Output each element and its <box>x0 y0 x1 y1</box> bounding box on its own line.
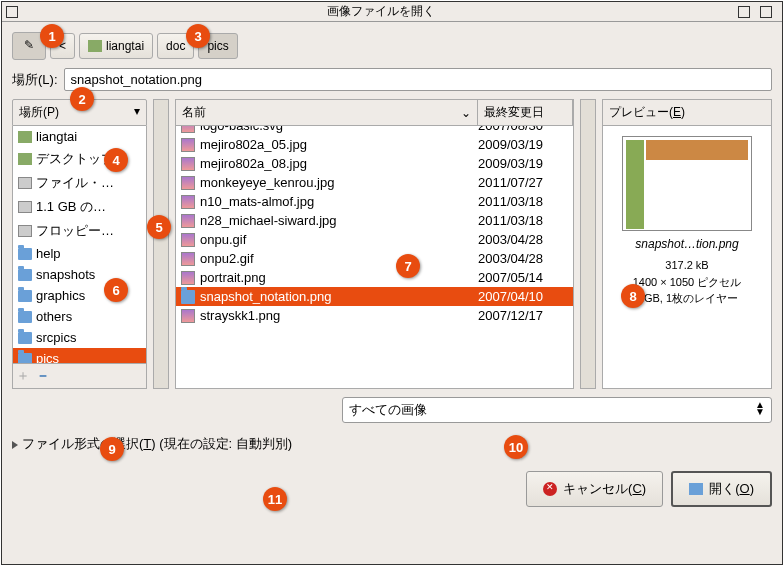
add-bookmark-icon[interactable]: ＋ <box>16 367 30 385</box>
file-name: mejiro802a_08.jpg <box>200 156 478 171</box>
file-icon <box>181 195 195 209</box>
file-scrollbar[interactable] <box>580 99 596 389</box>
callout-2: 2 <box>70 87 94 111</box>
file-name: logo-basic.svg <box>200 126 478 133</box>
file-row[interactable]: monkeyeye_kenrou.jpg2011/07/27 <box>176 173 573 192</box>
file-name: strayskk1.png <box>200 308 478 323</box>
file-icon <box>181 233 195 247</box>
file-icon <box>181 309 195 323</box>
sidebar-item-label: graphics <box>36 288 85 303</box>
preview-thumbnail <box>622 136 752 231</box>
sidebar-item-label: 1.1 GB の… <box>36 198 106 216</box>
triangle-icon <box>12 441 18 449</box>
updown-icon: ▲▼ <box>755 401 765 419</box>
sidebar-item[interactable]: 1.1 GB の… <box>13 195 146 219</box>
col-name[interactable]: 名前⌄ <box>176 100 478 125</box>
sort-arrow-icon: ⌄ <box>461 106 471 120</box>
sidebar-scrollbar[interactable] <box>153 99 169 389</box>
sidebar-item-label: フロッピー… <box>36 222 114 240</box>
file-date: 2003/04/28 <box>478 251 568 266</box>
filter-select[interactable]: すべての画像 ▲▼ <box>342 397 772 423</box>
preview-filename: snapshot…tion.png <box>635 237 738 251</box>
file-date: 2007/08/30 <box>478 126 568 133</box>
file-icon <box>181 290 195 304</box>
sidebar-item-label: srcpics <box>36 330 76 345</box>
sidebar-item[interactable]: others <box>13 306 146 327</box>
file-row[interactable]: strayskk1.png2007/12/17 <box>176 306 573 325</box>
file-icon <box>181 176 195 190</box>
file-date: 2007/05/14 <box>478 270 568 285</box>
file-row[interactable]: n10_mats-almof.jpg2011/03/18 <box>176 192 573 211</box>
sidebar-item[interactable]: ファイル・… <box>13 171 146 195</box>
file-date: 2007/12/17 <box>478 308 568 323</box>
sidebar-item[interactable]: snapshots <box>13 264 146 285</box>
sidebar-item[interactable]: フロッピー… <box>13 219 146 243</box>
callout-3: 3 <box>186 24 210 48</box>
sidebar-item[interactable]: help <box>13 243 146 264</box>
sidebar-item[interactable]: pics <box>13 348 146 364</box>
location-label: 場所(L): <box>12 71 58 89</box>
file-date: 2011/03/18 <box>478 194 568 209</box>
file-icon <box>181 271 195 285</box>
window-title: 画像ファイルを開く <box>24 3 738 20</box>
file-date: 2007/04/10 <box>478 289 568 304</box>
preview-body: snapshot…tion.png 317.2 kB 1400 × 1050 ピ… <box>602 126 772 389</box>
open-label: 開く(O) <box>709 480 754 498</box>
col-date[interactable]: 最終変更日 <box>478 100 573 125</box>
folder-icon <box>18 353 32 365</box>
file-name: portrait.png <box>200 270 478 285</box>
folder-icon <box>18 248 32 260</box>
file-list[interactable]: logo-basic.svg2007/08/30mejiro802a_05.jp… <box>175 126 574 389</box>
folder-icon <box>18 332 32 344</box>
path-seg-home[interactable]: liangtai <box>79 33 153 59</box>
file-header: 名前⌄ 最終変更日 <box>175 99 574 126</box>
file-row[interactable]: onpu.gif2003/04/28 <box>176 230 573 249</box>
file-name: onpu.gif <box>200 232 478 247</box>
file-row[interactable]: mejiro802a_05.jpg2009/03/19 <box>176 135 573 154</box>
sidebar-item-label: pics <box>36 351 59 364</box>
file-row[interactable]: portrait.png2007/05/14 <box>176 268 573 287</box>
file-name: monkeyeye_kenrou.jpg <box>200 175 478 190</box>
callout-4: 4 <box>104 148 128 172</box>
sidebar-item-label: snapshots <box>36 267 95 282</box>
sidebar-item-label: help <box>36 246 61 261</box>
pathbar: ✎ < liangtai doc pics <box>12 32 772 60</box>
file-row[interactable]: n28_michael-siward.jpg2011/03/18 <box>176 211 573 230</box>
sidebar-item[interactable]: liangtai <box>13 126 146 147</box>
callout-6: 6 <box>104 278 128 302</box>
format-expander[interactable]: ファイル形式の選択(T) (現在の設定: 自動判別) <box>12 431 772 457</box>
file-row[interactable]: logo-basic.svg2007/08/30 <box>176 126 573 135</box>
file-name: n10_mats-almof.jpg <box>200 194 478 209</box>
file-row[interactable]: mejiro802a_08.jpg2009/03/19 <box>176 154 573 173</box>
format-label: ファイル形式の選択(T) (現在の設定: 自動判別) <box>22 436 292 451</box>
location-input[interactable] <box>64 68 773 91</box>
sidebar-item-label: liangtai <box>36 129 77 144</box>
disk-icon <box>18 201 32 213</box>
pencil-icon: ✎ <box>21 38 37 54</box>
open-icon <box>689 483 703 495</box>
window-menu-icon[interactable] <box>6 6 18 18</box>
folder-icon <box>18 269 32 281</box>
titlebar: 画像ファイルを開く <box>2 2 782 22</box>
folder-icon <box>18 290 32 302</box>
cancel-icon <box>543 482 557 496</box>
file-icon <box>181 214 195 228</box>
sidebar-item-label: ファイル・… <box>36 174 114 192</box>
home-icon <box>18 131 32 143</box>
maximize-icon[interactable] <box>738 6 750 18</box>
callout-1: 1 <box>40 24 64 48</box>
cancel-label: キャンセル(C) <box>563 480 646 498</box>
file-row[interactable]: onpu2.gif2003/04/28 <box>176 249 573 268</box>
sidebar-item-label: デスクトップ <box>36 150 114 168</box>
file-date: 2003/04/28 <box>478 232 568 247</box>
file-icon <box>181 157 195 171</box>
remove-bookmark-icon[interactable]: － <box>36 367 50 385</box>
cancel-button[interactable]: キャンセル(C) <box>526 471 663 507</box>
close-icon[interactable] <box>760 6 772 18</box>
file-date: 2011/07/27 <box>478 175 568 190</box>
file-row[interactable]: snapshot_notation.png2007/04/10 <box>176 287 573 306</box>
open-button[interactable]: 開く(O) <box>671 471 772 507</box>
preview-header: プレビュー(E) <box>602 99 772 126</box>
home-icon <box>18 153 32 165</box>
sidebar-item[interactable]: srcpics <box>13 327 146 348</box>
